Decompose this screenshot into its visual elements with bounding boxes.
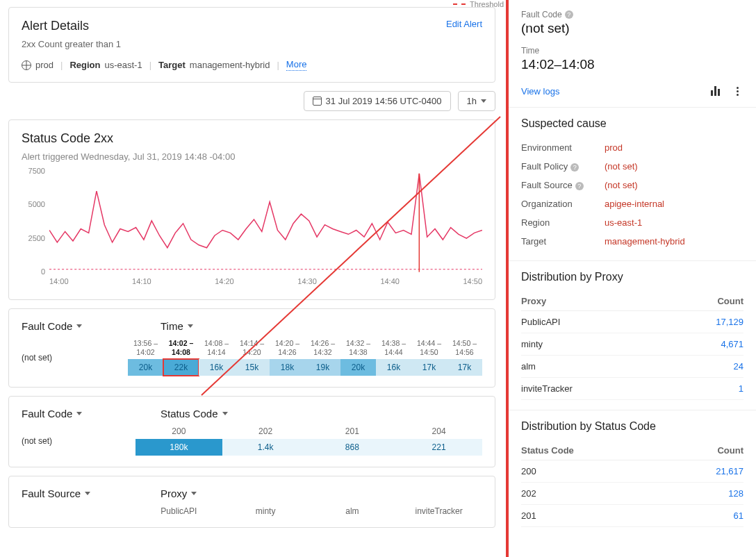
time-bucket-cell[interactable]: 20k bbox=[340, 359, 376, 376]
table-cell-count[interactable]: 24 bbox=[734, 361, 743, 372]
caret-down-icon bbox=[481, 99, 486, 103]
suspected-key: Organization bbox=[521, 199, 605, 209]
env-value: prod bbox=[35, 60, 54, 70]
time-bucket-cell[interactable]: 18k bbox=[270, 359, 305, 376]
status-code-dropdown[interactable]: Status Code bbox=[161, 408, 228, 419]
table-row: minty4,671 bbox=[521, 333, 743, 356]
range-label: 1h bbox=[467, 96, 477, 106]
time-dropdown[interactable]: Time bbox=[161, 320, 193, 332]
fault-code-dropdown[interactable]: Fault Code bbox=[22, 320, 119, 332]
time-bucket-cell[interactable]: 17k bbox=[447, 359, 482, 376]
alert-meta-row: prod | Region us-east-1 | Target managem… bbox=[22, 59, 482, 71]
threshold-legend: Threshold bbox=[453, 0, 504, 8]
alert-details-card: Alert Details Edit Alert 2xx Count great… bbox=[8, 7, 495, 83]
table-cell-name: 200 bbox=[521, 466, 536, 476]
fault-code-dropdown-2[interactable]: Fault Code bbox=[22, 408, 119, 419]
status-code-cell[interactable]: 221 bbox=[395, 439, 482, 456]
proxy-dropdown[interactable]: Proxy bbox=[161, 488, 197, 499]
time-buckets-row: 20k22k16k15k18k19k20k16k17k17k bbox=[128, 359, 482, 376]
suspected-key: Target bbox=[521, 236, 605, 247]
target-key: Target bbox=[158, 60, 186, 70]
time-bucket-label: 14:38 –14:44 bbox=[376, 339, 411, 356]
table-cell-name: inviteTracker bbox=[521, 383, 573, 394]
status-code-cell[interactable]: 1.4k bbox=[222, 439, 309, 456]
status-code-col-label: 200 bbox=[135, 426, 222, 436]
time-bucket-label: 13:56 –14:02 bbox=[128, 339, 163, 356]
suspected-cause-section: Suspected cause EnvironmentprodFault Pol… bbox=[509, 108, 756, 261]
time-bucket-cell[interactable]: 16k bbox=[199, 359, 234, 376]
time-bucket-cell[interactable]: 16k bbox=[376, 359, 411, 376]
status-code-title: Status Code 2xx bbox=[22, 131, 482, 146]
help-icon[interactable]: ? bbox=[570, 163, 579, 172]
fault-row-label-2: (not set) bbox=[22, 436, 135, 446]
time-bucket-label: 14:02 –14:08 bbox=[163, 339, 199, 356]
date-label: 31 Jul 2019 14:56 UTC-0400 bbox=[326, 96, 442, 106]
help-icon[interactable]: ? bbox=[575, 182, 584, 190]
dist-proxy-section: Distribution by Proxy Proxy Count Public… bbox=[509, 261, 756, 410]
fault-source-dropdown[interactable]: Fault Source bbox=[22, 488, 119, 499]
alert-rule-text: 2xx Count greater than 1 bbox=[22, 39, 482, 49]
status-code-cell[interactable]: 868 bbox=[309, 439, 396, 456]
table-cell-count[interactable]: 4,671 bbox=[721, 339, 743, 349]
kebab-menu-icon[interactable] bbox=[731, 85, 743, 97]
dist-proxy-col-l: Proxy bbox=[521, 296, 546, 306]
dist-status-col-l: Status Code bbox=[521, 445, 574, 456]
table-cell-name: alm bbox=[521, 361, 536, 372]
suspected-row: Targetmanagement-hybrid bbox=[521, 232, 743, 251]
time-bucket-label: 14:14 –14:20 bbox=[234, 339, 270, 356]
table-cell-count[interactable]: 17,129 bbox=[716, 317, 743, 327]
suspected-row: Environmentprod bbox=[521, 138, 743, 157]
more-link[interactable]: More bbox=[286, 59, 307, 71]
side-time-value: 14:02–14:08 bbox=[521, 57, 743, 72]
view-logs-link[interactable]: View logs bbox=[521, 86, 559, 97]
dist-status-section: Distribution by Status Code Status Code … bbox=[509, 410, 756, 537]
proxy-col-label: inviteTracker bbox=[395, 506, 482, 516]
time-bucket-label: 14:50 –14:56 bbox=[447, 339, 482, 356]
table-cell-name: minty bbox=[521, 339, 543, 349]
suspected-key: Fault Source? bbox=[521, 180, 605, 190]
proxy-col-label: PublicAPI bbox=[135, 506, 222, 516]
side-fc-label: Fault Code bbox=[521, 10, 562, 19]
table-cell-count[interactable]: 1 bbox=[739, 383, 743, 394]
help-icon[interactable]: ? bbox=[565, 10, 573, 19]
suspected-row: Organizationapigee-internal bbox=[521, 194, 743, 213]
bar-chart-icon[interactable] bbox=[709, 85, 721, 97]
time-bucket-label: 14:20 –14:26 bbox=[270, 339, 305, 356]
dist-proxy-col-r: Count bbox=[717, 296, 743, 306]
table-row: 202128 bbox=[521, 483, 743, 505]
range-picker-button[interactable]: 1h bbox=[458, 91, 495, 111]
proxy-col-label: minty bbox=[222, 506, 309, 516]
table-row: 20161 bbox=[521, 505, 743, 527]
status-code-header: 200202201204 bbox=[135, 426, 482, 436]
suspected-row: Fault Source?(not set) bbox=[521, 176, 743, 194]
status-code-cell[interactable]: 180k bbox=[135, 439, 222, 456]
dist-status-col-r: Count bbox=[717, 445, 743, 456]
status-code-card: Status Code 2xx Alert triggered Wednesda… bbox=[8, 119, 495, 300]
table-row: inviteTracker1 bbox=[521, 378, 743, 400]
table-cell-name: 201 bbox=[521, 510, 536, 521]
time-bucket-cell[interactable]: 22k bbox=[163, 359, 199, 376]
caret-down-icon bbox=[191, 492, 197, 495]
globe-icon bbox=[22, 60, 31, 70]
table-cell-count[interactable]: 21,617 bbox=[716, 466, 743, 476]
table-cell-count[interactable]: 128 bbox=[728, 488, 743, 499]
target-value: management-hybrid bbox=[190, 60, 270, 70]
suspected-row: Fault Policy?(not set) bbox=[521, 157, 743, 176]
suspected-value: prod bbox=[605, 142, 623, 153]
date-picker-button[interactable]: 31 Jul 2019 14:56 UTC-0400 bbox=[304, 91, 451, 111]
status-code-subtitle: Alert triggered Wednesday, Jul 31, 2019 … bbox=[22, 151, 482, 162]
time-bucket-cell[interactable]: 15k bbox=[234, 359, 270, 376]
fault-status-card: Fault Code Status Code (not set) 2002022… bbox=[8, 396, 495, 467]
table-row: PublicAPI17,129 bbox=[521, 311, 743, 333]
side-header: Fault Code ? (not set) Time 14:02–14:08 … bbox=[509, 0, 756, 108]
caret-down-icon bbox=[76, 412, 82, 415]
status-code-col-label: 204 bbox=[395, 426, 482, 436]
time-bucket-label: 14:32 –14:38 bbox=[340, 339, 376, 356]
time-bucket-label: 14:26 –14:32 bbox=[305, 339, 340, 356]
time-bucket-cell[interactable]: 20k bbox=[128, 359, 163, 376]
time-bucket-cell[interactable]: 19k bbox=[305, 359, 340, 376]
status-code-col-label: 202 bbox=[222, 426, 309, 436]
time-bucket-cell[interactable]: 17k bbox=[411, 359, 447, 376]
edit-alert-link[interactable]: Edit Alert bbox=[446, 19, 482, 29]
table-cell-count[interactable]: 61 bbox=[734, 510, 743, 521]
